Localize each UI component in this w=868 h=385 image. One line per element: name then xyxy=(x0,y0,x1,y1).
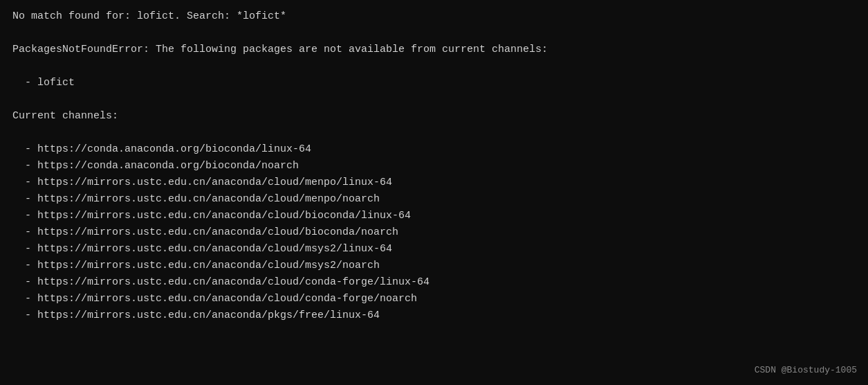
terminal-line-8 xyxy=(12,125,856,141)
terminal-line-5: - lofict xyxy=(12,75,856,91)
terminal-output: No match found for: lofict. Search: *lof… xyxy=(12,8,856,324)
terminal-line-4 xyxy=(12,58,856,75)
terminal-line-6 xyxy=(12,91,856,108)
terminal-line-14: - https://mirrors.ustc.edu.cn/anaconda/c… xyxy=(12,224,856,241)
terminal-line-17: - https://mirrors.ustc.edu.cn/anaconda/c… xyxy=(12,274,856,291)
terminal-line-3: PackagesNotFoundError: The following pac… xyxy=(12,42,856,58)
terminal-line-10: - https://conda.anaconda.org/bioconda/no… xyxy=(12,158,856,174)
watermark-label: CSDN @Biostudy-1005 xyxy=(755,364,857,378)
terminal-line-2 xyxy=(12,25,856,42)
terminal-line-15: - https://mirrors.ustc.edu.cn/anaconda/c… xyxy=(12,241,856,258)
terminal-line-16: - https://mirrors.ustc.edu.cn/anaconda/c… xyxy=(12,258,856,274)
terminal-line-1: No match found for: lofict. Search: *lof… xyxy=(12,8,856,25)
terminal-line-12: - https://mirrors.ustc.edu.cn/anaconda/c… xyxy=(12,191,856,208)
terminal-line-11: - https://mirrors.ustc.edu.cn/anaconda/c… xyxy=(12,174,856,191)
terminal-line-18: - https://mirrors.ustc.edu.cn/anaconda/c… xyxy=(12,291,856,307)
terminal-line-9: - https://conda.anaconda.org/bioconda/li… xyxy=(12,141,856,158)
terminal-line-7: Current channels: xyxy=(12,108,856,125)
terminal-line-13: - https://mirrors.ustc.edu.cn/anaconda/c… xyxy=(12,208,856,224)
terminal-line-19: - https://mirrors.ustc.edu.cn/anaconda/p… xyxy=(12,307,856,324)
